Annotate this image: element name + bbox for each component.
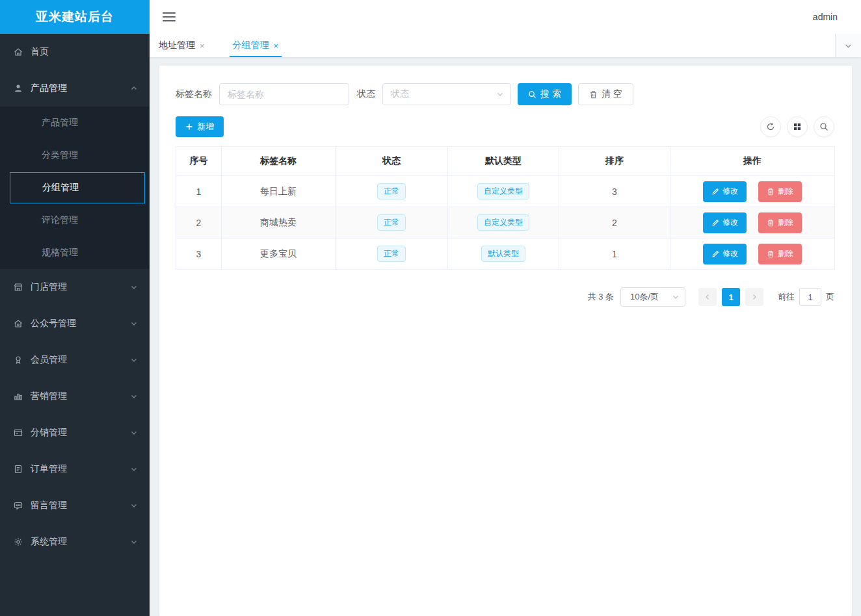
close-icon[interactable]: × xyxy=(274,42,279,50)
delete-button[interactable]: 删除 xyxy=(758,181,802,202)
total-count: 共 3 条 xyxy=(588,291,614,303)
plus-icon xyxy=(185,123,193,131)
sidebar-toggle-icon[interactable] xyxy=(163,10,176,24)
col-name: 标签名称 xyxy=(222,147,336,176)
cell-index: 3 xyxy=(176,238,222,270)
edit-button[interactable]: 修改 xyxy=(703,181,747,202)
edit-button[interactable]: 修改 xyxy=(703,212,747,233)
goto-page-input[interactable] xyxy=(799,288,821,306)
chevron-down-icon xyxy=(130,283,138,291)
table-row: 3 更多宝贝 正常 默认类型 1 修改 删除 xyxy=(176,238,835,270)
chevron-down-icon xyxy=(130,429,138,437)
col-index: 序号 xyxy=(176,147,222,176)
member-icon xyxy=(13,355,23,365)
chevron-right-icon xyxy=(750,293,758,301)
marketing-chart-icon xyxy=(13,391,23,402)
user-menu[interactable]: admin xyxy=(813,12,838,22)
sidebar-item-home[interactable]: 首页 xyxy=(0,34,150,70)
edit-button[interactable]: 修改 xyxy=(703,244,747,264)
page-number-1[interactable]: 1 xyxy=(722,288,740,306)
sidebar-item-label: 分销管理 xyxy=(31,427,67,439)
sidebar-item-label: 营销管理 xyxy=(31,391,67,402)
chevron-down-icon xyxy=(130,356,138,364)
sidebar-item-store[interactable]: 门店管理 xyxy=(0,269,150,305)
chevron-up-icon xyxy=(130,84,138,92)
user-icon xyxy=(13,83,23,94)
chevron-down-icon xyxy=(130,538,138,546)
delete-button[interactable]: 删除 xyxy=(758,212,802,233)
type-badge: 自定义类型 xyxy=(477,183,529,199)
submenu-item-comment-manage[interactable]: 评论管理 xyxy=(0,204,150,237)
sidebar-item-label: 系统管理 xyxy=(31,536,67,548)
grid-icon xyxy=(793,123,801,131)
message-icon xyxy=(13,500,23,511)
submenu-item-product-manage[interactable]: 产品管理 xyxy=(0,107,150,139)
sidebar-item-system[interactable]: 系统管理 xyxy=(0,524,150,560)
main-area: admin 地址管理 × 分组管理 × 标签名称 状态 状态 xyxy=(150,0,861,616)
status-badge: 正常 xyxy=(377,183,406,199)
cell-sort: 2 xyxy=(559,207,670,238)
sidebar-item-distribution[interactable]: 分销管理 xyxy=(0,415,150,451)
top-header: admin xyxy=(150,0,861,34)
add-button[interactable]: 新增 xyxy=(176,116,224,137)
refresh-button[interactable] xyxy=(760,116,781,137)
close-icon[interactable]: × xyxy=(200,42,205,50)
search-button[interactable]: 搜 索 xyxy=(518,83,572,105)
order-icon xyxy=(13,464,23,474)
sidebar-item-marketing[interactable]: 营销管理 xyxy=(0,378,150,415)
chevron-left-icon xyxy=(704,293,711,301)
submenu-item-spec-manage[interactable]: 规格管理 xyxy=(0,237,150,269)
prev-page-button[interactable] xyxy=(698,288,717,306)
sidebar-item-label: 门店管理 xyxy=(31,281,67,293)
sidebar-item-product[interactable]: 产品管理 xyxy=(0,70,150,107)
status-select[interactable]: 状态 xyxy=(382,83,511,105)
sidebar-item-label: 产品管理 xyxy=(31,83,67,94)
search-form: 标签名称 状态 状态 搜 索 xyxy=(176,83,834,105)
refresh-icon xyxy=(766,122,775,131)
table-search-button[interactable] xyxy=(814,116,834,137)
col-actions: 操作 xyxy=(670,147,835,176)
page-size-select[interactable]: 10条/页 xyxy=(620,287,685,307)
trash-icon xyxy=(767,250,775,258)
tag-name-input[interactable] xyxy=(219,83,349,105)
table-tools xyxy=(760,116,834,137)
cell-name: 更多宝贝 xyxy=(222,238,336,270)
next-page-button[interactable] xyxy=(745,288,763,306)
page-unit-label: 页 xyxy=(826,291,834,303)
home-icon xyxy=(13,47,23,57)
type-badge: 自定义类型 xyxy=(477,214,529,231)
clear-button[interactable]: 清 空 xyxy=(578,83,633,105)
goto-label: 前往 xyxy=(778,291,795,303)
tabs-dropdown-button[interactable] xyxy=(835,34,861,57)
delete-button[interactable]: 删除 xyxy=(758,244,802,264)
chevron-down-icon xyxy=(130,392,138,400)
tab-address-manage[interactable]: 地址管理 × xyxy=(155,34,208,57)
sidebar-item-label: 订单管理 xyxy=(31,463,67,475)
cell-name: 每日上新 xyxy=(222,176,336,207)
type-badge: 默认类型 xyxy=(481,246,525,262)
cell-sort: 1 xyxy=(559,238,670,270)
content-card: 标签名称 状态 状态 搜 索 xyxy=(159,66,852,616)
sidebar-item-order[interactable]: 订单管理 xyxy=(0,451,150,487)
sidebar-item-member[interactable]: 会员管理 xyxy=(0,342,150,378)
tab-group-manage[interactable]: 分组管理 × xyxy=(230,34,282,57)
chevron-down-icon xyxy=(672,293,680,301)
status-select-placeholder: 状态 xyxy=(391,88,496,100)
table-header-row: 序号 标签名称 状态 默认类型 排序 操作 xyxy=(176,147,835,176)
column-settings-button[interactable] xyxy=(787,116,808,137)
chevron-down-icon xyxy=(844,42,853,50)
submenu-item-group-manage[interactable]: 分组管理 xyxy=(10,172,145,203)
col-sort: 排序 xyxy=(559,147,670,176)
submenu-item-category-manage[interactable]: 分类管理 xyxy=(0,139,150,172)
sidebar-item-official-account[interactable]: 公众号管理 xyxy=(0,305,150,342)
sidebar-item-message[interactable]: 留言管理 xyxy=(0,487,150,524)
distribution-icon xyxy=(13,428,23,438)
pencil-icon xyxy=(711,188,719,196)
tab-label: 地址管理 xyxy=(159,40,195,51)
trash-icon xyxy=(589,90,598,99)
col-status: 状态 xyxy=(336,147,448,176)
tab-bar: 地址管理 × 分组管理 × xyxy=(150,34,861,58)
product-submenu: 产品管理 分类管理 分组管理 评论管理 规格管理 xyxy=(0,107,150,269)
tag-name-label: 标签名称 xyxy=(176,88,212,100)
cell-index: 1 xyxy=(176,176,222,207)
